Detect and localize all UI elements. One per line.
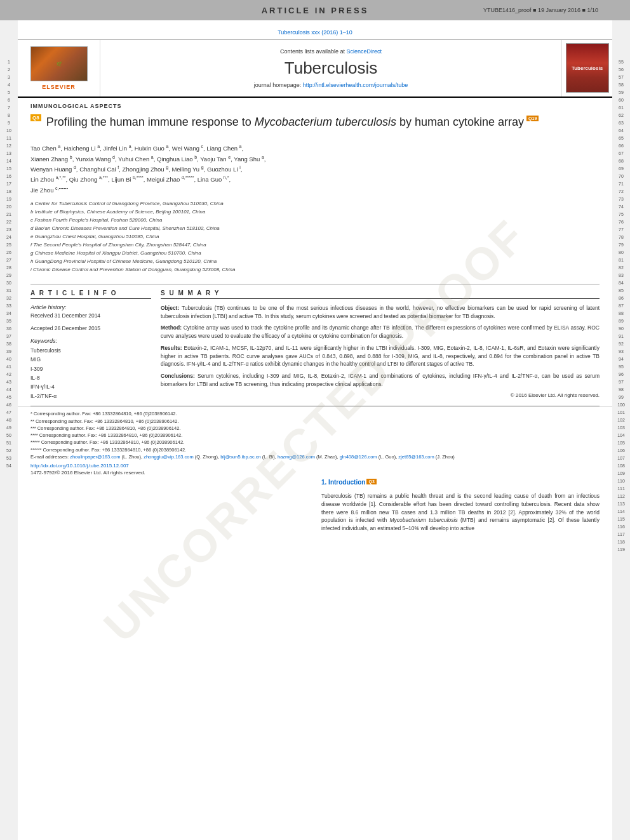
line-number: 82: [619, 264, 624, 272]
line-number: 46: [6, 401, 11, 409]
summary-object: Object: Tuberculosis (TB) continues to b…: [161, 304, 600, 321]
homepage-link[interactable]: http://intl.elsevierhealth.com/journals/…: [303, 82, 408, 88]
line-number: 76: [619, 218, 624, 226]
line-number: 27: [6, 257, 11, 264]
article-header-section: IMMUNOLOGICAL ASPECTS Q8 Profiling the h…: [18, 98, 612, 284]
results-text: Eotaxin-2, ICAM-1, MCSF, IL-12p70, and I…: [161, 345, 600, 368]
line-number: 4: [8, 81, 10, 89]
issn-line: 1472-9792/© 2016 Elsevier Ltd. All right…: [30, 470, 600, 476]
email-label: E-mail addresses:: [30, 454, 69, 460]
line-number: 115: [617, 516, 625, 523]
page-wrapper: ARTICLE IN PRESS YTUBE1416_proof ■ 19 Ja…: [0, 0, 630, 840]
email6-link[interactable]: zjet65@163.com: [398, 454, 434, 460]
line-number: 113: [617, 500, 625, 508]
line-number: 47: [6, 409, 11, 417]
line-number: 64: [619, 127, 624, 135]
history-label: Article history:: [30, 304, 151, 310]
keyword-item: Tuberculosis: [30, 346, 151, 355]
homepage-line: journal homepage: http://intl.elsevierhe…: [254, 82, 408, 88]
line-number: 35: [6, 317, 11, 325]
line-number: 1: [8, 58, 10, 66]
line-number: 8: [8, 112, 10, 119]
line-number: 41: [6, 363, 11, 371]
line-number: 60: [619, 97, 624, 104]
line-number: 59: [619, 89, 624, 97]
line-number: 80: [619, 249, 624, 257]
email4-link[interactable]: hazmg@126.com: [278, 454, 315, 460]
line-number: 38: [6, 340, 11, 348]
line-number: 63: [619, 119, 624, 127]
line-number: 68: [619, 157, 624, 165]
corr3: *** Corresponding author. Fax: +86 13332…: [30, 425, 600, 432]
line-number: 102: [617, 417, 625, 424]
line-number: 89: [619, 317, 624, 325]
line-number: 17: [6, 180, 11, 188]
line-number: 43: [6, 378, 11, 386]
line-number: 65: [619, 135, 624, 142]
line-number: 67: [619, 150, 624, 157]
conclusions-label: Conclusions:: [161, 373, 195, 379]
line-number: 34: [6, 310, 11, 317]
emails: E-mail addresses: zhoulinpaper@163.com (…: [30, 453, 600, 460]
line-number: 114: [617, 508, 625, 516]
line-number: 96: [619, 371, 624, 378]
line-number: 56: [619, 66, 624, 74]
line-number: 70: [619, 173, 624, 180]
line-number: 61: [619, 104, 624, 112]
line-number: 71: [619, 180, 624, 188]
q19-marker: Q19: [526, 116, 539, 121]
article-title: Profiling the human immune response to M…: [46, 114, 524, 130]
line-number: 66: [619, 142, 624, 150]
line-number: 37: [6, 333, 11, 340]
line-number: 88: [619, 310, 624, 317]
intro-heading: 1. Introduction: [321, 479, 365, 486]
sciencedirect-line: Contents lists available at ScienceDirec…: [280, 48, 382, 55]
email1-link[interactable]: zhoulinpaper@163.com: [70, 454, 120, 460]
line-number: 30: [6, 279, 11, 287]
line-number: 81: [619, 257, 624, 264]
line-number: 77: [619, 226, 624, 234]
keywords-list: TuberculosisMIGI-309IL-8IFN-γ/IL-4IL-2/T…: [30, 346, 151, 401]
keywords-label: Keywords:: [30, 338, 151, 344]
line-number: 112: [617, 493, 625, 500]
line-number: 7: [8, 104, 10, 112]
line-number: 21: [6, 211, 11, 218]
line-number: 73: [619, 196, 624, 203]
proof-meta: YTUBE1416_proof ■ 19 January 2016 ■ 1/10: [483, 7, 598, 13]
affiliation-item: e Guangzhou Chest Hospital, Guangzhou 51…: [30, 233, 600, 241]
line-number: 52: [6, 447, 11, 455]
line-number: 101: [617, 409, 625, 417]
line-number: 104: [617, 432, 625, 439]
line-number: 72: [619, 188, 624, 196]
line-number: 31: [6, 287, 11, 295]
cover-title: Tuberculosis: [572, 65, 603, 71]
article-info-col: A R T I C L E I N F O Article history: R…: [30, 290, 151, 401]
line-number: 49: [6, 424, 11, 432]
line-number: 97: [619, 378, 624, 386]
q3-marker: Q3: [366, 479, 376, 484]
line-number: 25: [6, 241, 11, 249]
summary-conclusions: Conclusions: Serum cytokines, including …: [161, 372, 600, 389]
accepted-date: Accepted 26 December 2015: [30, 325, 151, 333]
line-number: 45: [6, 394, 11, 401]
journal-cite: Tuberculosis xxx (2016) 1–10: [278, 29, 352, 36]
line-number: 110: [617, 477, 625, 485]
affiliation-item: i Chronic Disease Control and Prevention…: [30, 266, 600, 274]
email5-link[interactable]: gln408@126.com: [340, 454, 377, 460]
doi-link[interactable]: http://dx.doi.org/10.1016/j.tube.2015.12…: [30, 463, 600, 469]
q8-marker: Q8: [30, 114, 41, 121]
article-info-title: A R T I C L E I N F O: [30, 290, 151, 299]
keyword-item: IL-2/TNF-α: [30, 392, 151, 401]
object-label: Object:: [161, 305, 179, 311]
line-number: 20: [6, 203, 11, 211]
line-number: 28: [6, 264, 11, 272]
email1-name: (L. Zhou),: [122, 454, 143, 460]
body-two-col: 1. Introduction Q3 Tuberculosis (TB) rem…: [30, 479, 600, 533]
sciencedirect-link[interactable]: ScienceDirect: [347, 48, 382, 55]
body-col-right: 1. Introduction Q3 Tuberculosis (TB) rem…: [321, 479, 600, 533]
line-number: 50: [6, 432, 11, 439]
line-number: 85: [619, 287, 624, 295]
line-number: 79: [619, 241, 624, 249]
email2-link[interactable]: zhonggiu@vip.163.com: [144, 454, 194, 460]
email3-link[interactable]: blj@sun5.ibp.ac.cn: [220, 454, 260, 460]
